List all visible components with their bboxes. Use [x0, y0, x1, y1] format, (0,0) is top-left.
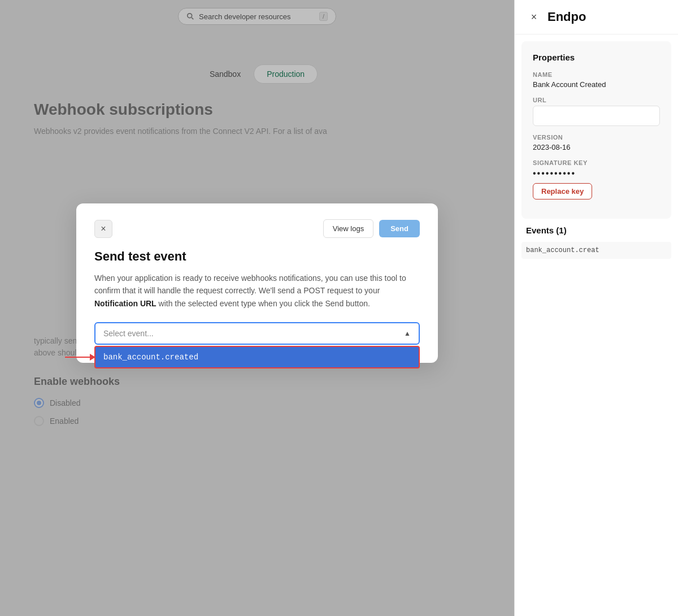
prop-sig-key: SIGNATURE KEY •••••••••• Replace key — [533, 159, 660, 199]
dropdown-option-bank-account-created[interactable]: bank_account.created — [94, 346, 420, 368]
sig-key-label: SIGNATURE KEY — [533, 159, 660, 166]
side-panel-header: × Endpo — [515, 0, 678, 34]
notification-url-text: Notification URL — [94, 299, 157, 308]
event-item-bank-account: bank_account.creat — [521, 242, 671, 259]
modal-desc-part1: When your application is ready to receiv… — [94, 274, 406, 295]
sig-key-value: •••••••••• — [533, 168, 660, 179]
prop-name: NAME Bank Account Created — [533, 71, 660, 89]
modal-actions: View logs Send — [323, 219, 420, 238]
properties-section: Properties NAME Bank Account Created URL… — [521, 41, 671, 219]
dropdown-menu: bank_account.created — [94, 346, 420, 368]
events-section: Events (1) bank_account.creat — [515, 225, 678, 259]
arrow-indicator — [65, 354, 95, 361]
side-panel-close-button[interactable]: × — [526, 9, 542, 25]
side-close-icon: × — [531, 11, 537, 23]
modal-description: When your application is ready to receiv… — [94, 272, 420, 310]
events-heading: Events (1) — [521, 225, 671, 235]
name-label: NAME — [533, 71, 660, 78]
properties-heading: Properties — [533, 53, 660, 62]
url-label: URL — [533, 97, 660, 103]
modal-desc-part2: with the selected event type when you cl… — [159, 299, 370, 308]
view-logs-button[interactable]: View logs — [323, 219, 373, 238]
modal-overlay: × View logs Send Send test event When yo… — [0, 0, 514, 616]
name-value: Bank Account Created — [533, 80, 660, 89]
prop-version: VERSION 2023-08-16 — [533, 134, 660, 151]
modal: × View logs Send Send test event When yo… — [76, 203, 438, 363]
arrow-line — [65, 357, 90, 358]
replace-key-button[interactable]: Replace key — [533, 183, 592, 199]
version-value: 2023-08-16 — [533, 143, 660, 151]
event-dropdown-trigger[interactable]: Select event... ▲ — [94, 322, 420, 345]
dropdown-placeholder: Select event... — [103, 329, 154, 338]
event-dropdown-container: Select event... ▲ bank_account.created — [94, 322, 420, 345]
side-panel-title: Endpo — [547, 10, 586, 24]
side-panel: × Endpo Properties NAME Bank Account Cre… — [514, 0, 678, 616]
modal-close-icon: × — [101, 224, 106, 234]
modal-title: Send test event — [94, 249, 420, 264]
modal-close-button[interactable]: × — [94, 220, 112, 238]
url-input[interactable] — [533, 106, 660, 126]
modal-header: × View logs Send — [94, 219, 420, 238]
version-label: VERSION — [533, 134, 660, 141]
prop-url: URL — [533, 97, 660, 126]
arrow-head-icon — [90, 354, 95, 361]
send-button[interactable]: Send — [379, 220, 420, 237]
chevron-up-icon: ▲ — [404, 329, 411, 337]
